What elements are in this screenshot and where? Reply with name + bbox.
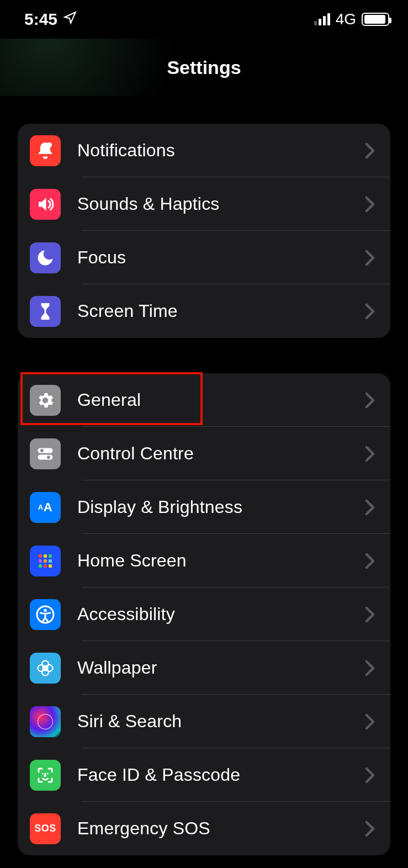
general-icon <box>30 385 61 416</box>
settings-group: Notifications Sounds & Haptics Focus <box>18 124 390 338</box>
row-label: Emergency SOS <box>77 818 365 839</box>
siri-icon <box>30 706 61 737</box>
row-face-id-passcode[interactable]: Face ID & Passcode <box>18 748 390 802</box>
svg-point-0 <box>47 142 52 147</box>
row-screen-time[interactable]: Screen Time <box>18 284 390 338</box>
svg-rect-12 <box>44 564 47 568</box>
screen-time-icon <box>30 296 61 327</box>
row-label: Control Centre <box>77 443 365 464</box>
svg-point-15 <box>44 608 46 611</box>
chevron-right-icon <box>365 767 375 784</box>
chevron-right-icon <box>365 660 375 676</box>
row-display-brightness[interactable]: AA Display & Brightness <box>18 480 390 534</box>
row-label: Screen Time <box>77 301 365 321</box>
status-right: 4G <box>314 10 389 28</box>
row-control-centre[interactable]: Control Centre <box>18 427 390 480</box>
home-screen-icon <box>30 546 61 576</box>
chevron-right-icon <box>365 713 375 730</box>
network-type: 4G <box>336 10 356 28</box>
chevron-right-icon <box>365 446 375 462</box>
row-notifications[interactable]: Notifications <box>18 124 390 177</box>
row-sounds-haptics[interactable]: Sounds & Haptics <box>18 177 390 231</box>
emergency-sos-icon: SOS <box>30 813 61 844</box>
chevron-right-icon <box>365 553 375 569</box>
row-label: Wallpaper <box>77 658 365 678</box>
accessibility-icon <box>30 599 61 630</box>
svg-point-19 <box>38 665 45 671</box>
svg-rect-6 <box>44 554 47 558</box>
battery-icon <box>362 13 389 26</box>
row-siri-search[interactable]: Siri & Search <box>18 695 390 748</box>
row-wallpaper[interactable]: Wallpaper <box>18 641 390 695</box>
focus-icon <box>30 242 61 273</box>
wallpaper-icon <box>30 653 61 684</box>
svg-point-21 <box>38 714 53 729</box>
svg-point-23 <box>47 772 49 774</box>
cellular-signal-icon <box>314 13 330 25</box>
svg-point-18 <box>42 669 49 675</box>
svg-rect-3 <box>38 454 53 459</box>
status-time: 5:45 <box>24 10 57 29</box>
row-label: Sounds & Haptics <box>77 194 365 214</box>
svg-point-20 <box>46 665 53 671</box>
settings-group: General Control Centre AA Display & Brig… <box>18 373 390 855</box>
nav-header: Settings <box>0 39 408 96</box>
sounds-icon <box>30 189 61 220</box>
chevron-right-icon <box>365 250 375 266</box>
row-label: Face ID & Passcode <box>77 765 365 785</box>
svg-point-22 <box>42 772 44 774</box>
row-emergency-sos[interactable]: SOS Emergency SOS <box>18 802 390 855</box>
row-label: Notifications <box>77 140 365 161</box>
chevron-right-icon <box>365 392 375 409</box>
chevron-right-icon <box>365 196 375 213</box>
row-label: General <box>77 390 365 410</box>
chevron-right-icon <box>365 142 375 159</box>
svg-point-2 <box>40 449 44 452</box>
chevron-right-icon <box>365 821 375 837</box>
svg-rect-8 <box>39 559 42 563</box>
row-general[interactable]: General <box>18 373 390 427</box>
chevron-right-icon <box>365 303 375 320</box>
face-id-icon <box>30 760 61 791</box>
chevron-right-icon <box>365 606 375 623</box>
svg-rect-1 <box>38 448 53 453</box>
svg-rect-10 <box>49 559 52 563</box>
page-title: Settings <box>167 57 241 78</box>
svg-point-17 <box>42 660 49 667</box>
row-label: Home Screen <box>77 551 365 571</box>
row-label: Siri & Search <box>77 711 365 732</box>
row-label: Focus <box>77 247 365 268</box>
control-centre-icon <box>30 438 61 469</box>
svg-rect-7 <box>49 554 52 558</box>
notifications-icon <box>30 135 61 166</box>
status-bar: 5:45 4G <box>0 0 408 39</box>
svg-point-4 <box>47 456 50 459</box>
row-accessibility[interactable]: Accessibility <box>18 588 390 641</box>
svg-rect-11 <box>39 564 42 568</box>
row-home-screen[interactable]: Home Screen <box>18 534 390 588</box>
location-icon <box>63 10 77 29</box>
svg-rect-5 <box>39 554 42 558</box>
svg-rect-13 <box>49 564 52 568</box>
display-brightness-icon: AA <box>30 492 61 523</box>
status-left: 5:45 <box>24 10 77 29</box>
row-label: Display & Brightness <box>77 497 365 517</box>
chevron-right-icon <box>365 499 375 516</box>
svg-rect-9 <box>44 559 47 563</box>
row-label: Accessibility <box>77 604 365 624</box>
row-focus[interactable]: Focus <box>18 231 390 284</box>
settings-list: Notifications Sounds & Haptics Focus <box>0 96 408 855</box>
